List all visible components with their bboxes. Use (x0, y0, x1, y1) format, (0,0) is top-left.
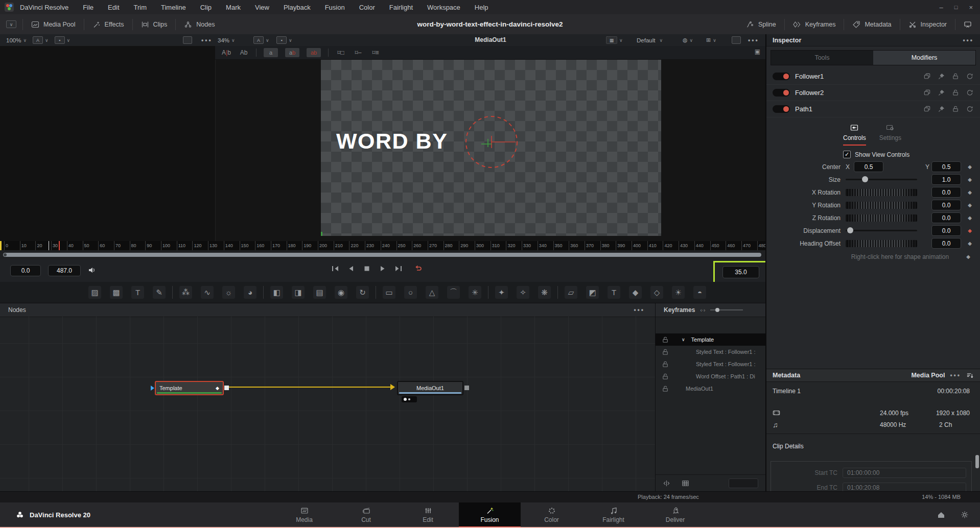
lock-icon[interactable] (952, 105, 960, 113)
sort-icon[interactable] (966, 372, 974, 379)
copy-icon[interactable] (923, 89, 931, 97)
media-pool-link[interactable]: Media Pool (911, 372, 945, 379)
merge-icon[interactable]: ◧ (270, 286, 283, 299)
keyframes-button[interactable]: Keyframes (785, 14, 844, 34)
keyframe-row[interactable]: MediaOut1 (656, 382, 765, 395)
metadata-button[interactable]: Metadata (844, 14, 899, 34)
menu-workspace[interactable]: Workspace (420, 4, 468, 11)
color-curves-icon[interactable]: ∿ (201, 286, 214, 299)
spot-light-icon[interactable]: ☀ (672, 286, 685, 299)
page-deliver[interactable]: Deliver (644, 502, 706, 527)
page-cut[interactable]: Cut (335, 502, 397, 527)
menu-help[interactable]: Help (468, 4, 496, 11)
viewer-grid-select[interactable]: ⊞∨ (703, 34, 719, 46)
secondary-marker[interactable] (49, 241, 49, 250)
lock-icon[interactable] (662, 361, 669, 368)
char-style-icon[interactable]: a (264, 48, 278, 57)
menu-file[interactable]: File (76, 4, 101, 11)
bspline-mask-icon[interactable]: ⌒ (447, 286, 460, 299)
enable-toggle[interactable] (773, 89, 790, 97)
enable-toggle[interactable] (773, 105, 790, 113)
renderer-3d-icon[interactable]: ◓ (693, 286, 706, 299)
shape-3d-icon[interactable]: ◩ (586, 286, 599, 299)
slider-thumb[interactable] (862, 176, 868, 182)
modifier-row-follower1[interactable]: Follower1 (766, 68, 980, 85)
viewer-3d-select[interactable]: ◍∨ (680, 34, 696, 46)
viewer-roi-select[interactable]: ▦∨ (603, 34, 626, 46)
dual-monitor-button[interactable] (955, 14, 980, 34)
metadata-options-button[interactable]: ••• (950, 372, 961, 379)
wand-mask-icon[interactable]: ✳ (469, 286, 481, 299)
effects-button[interactable]: Effects (84, 14, 132, 34)
transform-icon[interactable]: ↻ (356, 286, 369, 299)
keyframe-diamond-icon[interactable]: ◆ (961, 202, 978, 208)
stop-button[interactable] (363, 265, 371, 273)
keyframe-diamond-icon[interactable]: ◆ (961, 189, 978, 195)
viewer-fit-button[interactable] (729, 34, 744, 46)
page-edit[interactable]: Edit (397, 502, 459, 527)
field-value[interactable]: 01:00:00:00 (843, 468, 966, 478)
thumbwheel[interactable] (846, 214, 917, 222)
menu-fairlight[interactable]: Fairlight (382, 4, 420, 11)
menu-mark[interactable]: Mark (219, 4, 248, 11)
enable-toggle[interactable] (773, 73, 790, 80)
toolbar-expand-icon[interactable]: ▣ (755, 48, 760, 55)
line-style-icon[interactable]: ab (307, 48, 321, 57)
menu-app[interactable]: DaVinci Resolve (19, 4, 76, 11)
home-icon[interactable] (937, 511, 945, 519)
node-template[interactable]: Template ◆ (155, 381, 224, 395)
node-connection[interactable] (225, 387, 392, 388)
value-field[interactable]: 0.0 (931, 238, 961, 249)
keyframe-row[interactable]: Styled Text : Follower1 : (656, 358, 765, 370)
slider-track[interactable] (846, 230, 917, 231)
left-viewer-fit-button[interactable] (180, 34, 195, 46)
matte-control-icon[interactable]: ▤ (313, 286, 326, 299)
goto-start-button[interactable] (331, 265, 339, 273)
path-control-overlay[interactable] (321, 60, 661, 236)
keyframe-diamond-icon[interactable]: ◆ (961, 177, 978, 182)
reset-icon[interactable] (966, 73, 974, 80)
tab-tools[interactable]: Tools (771, 51, 873, 65)
x-value-field[interactable]: 0.5 (854, 161, 883, 172)
camera-3d-icon[interactable]: ◇ (650, 286, 663, 299)
menu-clip[interactable]: Clip (193, 4, 219, 11)
splitter-icon[interactable] (663, 479, 670, 487)
pin-icon[interactable] (938, 73, 945, 80)
pin-icon[interactable] (938, 89, 945, 97)
nodes-button[interactable]: Nodes (176, 14, 223, 34)
tab-modifiers[interactable]: Modifiers (873, 51, 975, 65)
node-list-icon[interactable]: ⌑≡ (370, 48, 381, 57)
keyframes-zoom-slider[interactable] (710, 309, 743, 310)
left-viewer-zoom-select[interactable]: 100%∨ (0, 34, 30, 46)
menu-edit[interactable]: Edit (101, 4, 126, 11)
thumbwheel[interactable] (846, 189, 917, 196)
node-view-dots[interactable] (402, 396, 417, 402)
spline-button[interactable]: Spline (738, 14, 784, 34)
left-viewer-canvas[interactable] (0, 46, 216, 241)
maximize-icon[interactable]: □ (954, 4, 958, 10)
background-icon[interactable]: ▨ (88, 286, 101, 299)
media-pool-button[interactable]: Media Pool (23, 14, 84, 34)
node-mediaout[interactable]: MediaOut1 (397, 381, 463, 395)
chevron-down-icon[interactable]: ∨ (682, 337, 685, 342)
keyframe-diamond-icon[interactable]: ◆ (961, 164, 978, 170)
left-viewer-quality-select[interactable]: ▪∨ (52, 34, 74, 46)
page-fairlight[interactable]: Fairlight (582, 502, 644, 527)
close-icon[interactable]: × (969, 4, 973, 11)
reset-icon[interactable] (966, 89, 974, 97)
keyframe-row[interactable]: ∨Template (656, 333, 765, 346)
menu-fusion[interactable]: Fusion (318, 4, 352, 11)
loop-button[interactable] (414, 265, 423, 273)
main-viewer-channel-select[interactable]: A∨ (250, 34, 272, 46)
keyframes-time-field[interactable] (729, 478, 758, 488)
menu-playback[interactable]: Playback (276, 4, 318, 11)
value-field[interactable]: 0.0 (931, 212, 961, 223)
interface-toggle-button[interactable]: ∨ (0, 14, 22, 34)
menu-color[interactable]: Color (352, 4, 382, 11)
lock-icon[interactable] (662, 373, 669, 380)
goto-end-button[interactable] (394, 265, 403, 273)
pmerge-icon[interactable]: ✧ (517, 286, 529, 299)
prender-icon[interactable]: ❋ (538, 286, 551, 299)
inspector-button[interactable]: Inspector (900, 14, 955, 34)
value-field[interactable]: 1.0 (931, 174, 961, 185)
